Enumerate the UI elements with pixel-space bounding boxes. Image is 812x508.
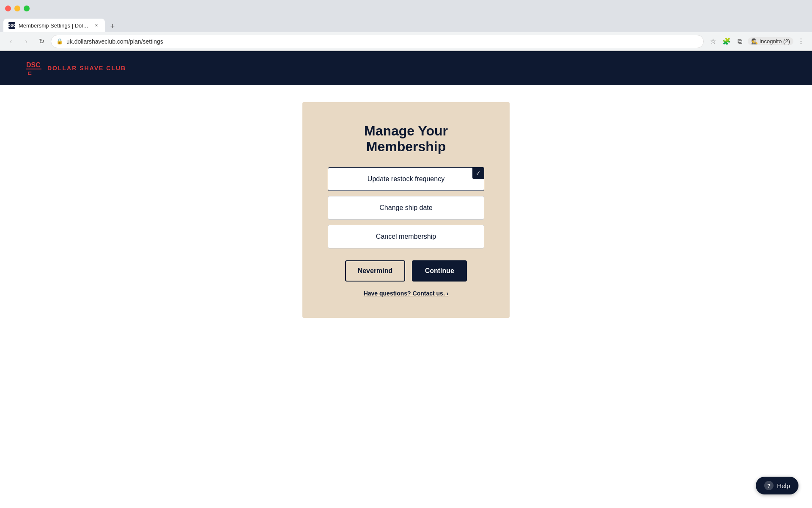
help-button[interactable]: ? Help [756,477,798,494]
continue-button[interactable]: Continue [412,260,467,282]
address-bar[interactable]: 🔒 uk.dollarshaveclub.com/plan/settings [51,35,704,48]
extensions-button[interactable]: 🧩 [721,36,732,47]
incognito-icon: 🕵 [751,38,758,44]
maximize-window-button[interactable] [24,6,30,11]
help-label: Help [777,482,790,489]
options-list: Update restock frequency ✓ Change ship d… [328,167,484,248]
option-label-cancel-membership: Cancel membership [376,233,436,240]
option-label-update-restock: Update restock frequency [368,175,444,183]
option-cancel-membership[interactable]: Cancel membership [328,225,484,248]
active-tab[interactable]: DSC Membership Settings | Dollar S × [3,19,105,32]
card-title: Manage Your Membership [328,123,484,155]
tab-title: Membership Settings | Dollar S [19,22,90,29]
close-window-button[interactable] [5,6,11,11]
browser-toolbar: ‹ › ↻ 🔒 uk.dollarshaveclub.com/plan/sett… [0,32,812,51]
svg-text:⊏: ⊏ [27,70,32,76]
forward-button[interactable]: › [20,36,32,47]
site-header: DSC ⊏ DOLLAR SHAVE CLUB [0,51,812,85]
logo-text: DOLLAR SHAVE CLUB [47,65,126,72]
option-update-restock[interactable]: Update restock frequency ✓ [328,167,484,191]
minimize-window-button[interactable] [14,6,20,11]
split-screen-button[interactable]: ⧉ [734,36,746,47]
membership-card: Manage Your Membership Update restock fr… [302,102,510,318]
option-change-ship-date[interactable]: Change ship date [328,196,484,220]
browser-chrome: DSC Membership Settings | Dollar S × + ‹… [0,0,812,51]
action-buttons: Nevermind Continue [328,260,484,282]
back-button[interactable]: ‹ [5,36,17,47]
help-icon: ? [764,481,774,490]
tab-close-button[interactable]: × [93,22,100,29]
incognito-label: Incognito (2) [760,38,790,44]
toolbar-right: ☆ 🧩 ⧉ 🕵 Incognito (2) ⋮ [707,36,807,47]
dsc-logo-icon: DSC ⊏ [25,60,42,77]
selected-check-icon: ✓ [472,167,484,179]
tab-favicon: DSC [8,22,15,29]
logo-container: DSC ⊏ DOLLAR SHAVE CLUB [25,60,126,77]
lock-icon: 🔒 [56,38,63,44]
svg-text:DSC: DSC [26,61,41,69]
new-tab-button[interactable]: + [107,20,118,32]
reload-button[interactable]: ↻ [36,36,47,47]
incognito-indicator: 🕵 Incognito (2) [748,37,793,45]
page-content: DSC ⊏ DOLLAR SHAVE CLUB Manage Your Memb… [0,51,812,508]
main-content: Manage Your Membership Update restock fr… [0,85,812,508]
bookmark-button[interactable]: ☆ [707,36,719,47]
nevermind-button[interactable]: Nevermind [345,260,406,282]
contact-us-link[interactable]: Have questions? Contact us. › [364,290,449,297]
tab-bar: DSC Membership Settings | Dollar S × + [0,17,812,32]
browser-titlebar [0,0,812,17]
menu-button[interactable]: ⋮ [795,36,807,47]
url-text: uk.dollarshaveclub.com/plan/settings [66,38,163,45]
traffic-lights [5,6,30,11]
option-label-change-ship-date: Change ship date [379,204,432,212]
